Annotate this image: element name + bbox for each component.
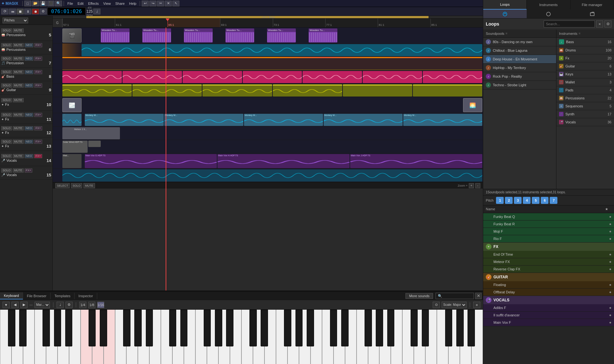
fxp-btn-13[interactable]: FX+ <box>34 140 42 144</box>
clip-14-thumb[interactable]: Maii... <box>62 154 82 168</box>
soundpool-rockpop[interactable]: ♪ Rock Pop - Reality <box>483 72 556 81</box>
instrument-sequences[interactable]: ≡ Sequences 5 <box>556 102 614 110</box>
tab-icon-filemgr[interactable] <box>571 10 614 18</box>
menu-view[interactable]: View <box>101 1 113 6</box>
mute-btn-14[interactable]: MUTE <box>13 154 24 158</box>
solo-btn-5[interactable]: SOLO <box>1 28 12 33</box>
solo-btn-7[interactable]: SOLO <box>1 57 12 61</box>
loop-ilsuffit[interactable]: Il suffit d'avancer ● <box>483 312 614 319</box>
tab-loops[interactable]: Loops <box>483 0 527 10</box>
fxp-btn-6[interactable]: FX+ <box>34 43 42 47</box>
instrument-bass[interactable]: ♩ Bass 16 <box>556 38 614 46</box>
clip-8-3[interactable] <box>243 71 302 83</box>
soundpool-80s[interactable]: ♪ 80s - Dancing on my own <box>483 38 556 46</box>
loop-star-adlibs[interactable]: ● <box>609 306 611 310</box>
kb-note-btn1[interactable]: ♩ <box>57 302 64 308</box>
close-btn[interactable]: ✕ <box>165 1 172 6</box>
kb-1-8-btn[interactable]: 1/8 <box>88 302 95 308</box>
pitch-btn-4[interactable]: 4 <box>523 197 531 204</box>
back-btn[interactable]: ⏮ <box>9 9 16 14</box>
black-key-D#6[interactable] <box>341 310 349 346</box>
clip-9-5[interactable] <box>413 84 482 97</box>
solo-btn-8[interactable]: SOLO <box>1 70 12 74</box>
moji-f-item[interactable]: Moji F ● <box>483 228 614 235</box>
mute-btn-5[interactable]: MUTE <box>13 28 24 33</box>
instrument-percussions[interactable]: 🥁 Percussions 22 <box>556 94 614 102</box>
black-key-A#2[interactable] <box>65 310 73 346</box>
clip-8-0[interactable] <box>62 71 122 83</box>
export-btn[interactable]: ⬛ <box>47 1 54 6</box>
zoom-in-btn[interactable]: + <box>469 183 474 188</box>
loop-star-moji-f[interactable]: ● <box>609 229 611 234</box>
clip-9-3[interactable] <box>273 84 342 97</box>
kb-1-16-btn[interactable]: 1/16 <box>97 302 104 308</box>
fxp-btn-15[interactable]: FX+ <box>25 168 33 173</box>
solo-all-btn[interactable]: SOLO <box>71 183 82 188</box>
black-key-G#4[interactable] <box>215 310 222 346</box>
loop-adlibs[interactable]: Adlibs F ● <box>483 304 614 312</box>
clip-11-2[interactable]: Monkey M... <box>244 114 323 126</box>
pitches-select[interactable]: Pitches <box>3 18 28 23</box>
scale-select[interactable]: Scale: Major <box>442 302 467 308</box>
clip-5-1[interactable]: Wooden Tu... <box>101 28 130 43</box>
cut-btn[interactable]: ✂ <box>157 1 164 6</box>
loop-star-mainvox[interactable]: ● <box>609 320 611 325</box>
pitch-btn-2[interactable]: 2 <box>505 197 513 204</box>
mute-btn-10[interactable]: MUTE <box>13 98 24 102</box>
pitch-btn-3[interactable]: 3 <box>514 197 522 204</box>
mute-btn-6[interactable]: MUTE <box>13 43 24 47</box>
menu-share[interactable]: Share <box>113 1 126 6</box>
mute-all-btn[interactable]: MUTE <box>83 183 95 188</box>
clip-14-1[interactable]: Main Vox H.HDP.TS <box>217 154 350 168</box>
black-key-D#3[interactable] <box>100 310 107 346</box>
new-btn[interactable]: □ <box>24 1 31 6</box>
neo-btn-12[interactable]: NEO <box>25 126 34 130</box>
clip-11-4[interactable]: Monkey M... <box>403 114 482 126</box>
loop-meteor-fx[interactable]: Meteor FX ● <box>483 258 614 266</box>
funky-beat-r-item[interactable]: Funky Beat R ● <box>483 221 614 228</box>
neo-btn-14[interactable]: NEO <box>25 154 34 158</box>
clip-6-main[interactable] <box>82 44 482 56</box>
black-key-C#6[interactable] <box>330 310 337 346</box>
kb-loop-btn[interactable]: ⊙ <box>433 302 440 308</box>
neo-btn-13[interactable]: NEO <box>25 140 34 144</box>
soundpool-techno[interactable]: ♪ Techno - Strobe Light <box>483 81 556 89</box>
black-key-A#3[interactable] <box>146 310 153 346</box>
tab-icon-instruments[interactable] <box>527 10 570 18</box>
kb-settings-btn[interactable]: ⚙ <box>66 302 73 308</box>
clip-9-0[interactable] <box>62 84 132 97</box>
kb-search-close-btn[interactable]: ✕ <box>475 293 482 299</box>
vocals-section-header[interactable]: 🎤 VOCALS <box>483 296 614 304</box>
menu-help[interactable]: Help <box>127 1 138 6</box>
instrument-drums[interactable]: 🥁 Drums 108 <box>556 46 614 54</box>
neo-btn-6[interactable]: NEO <box>25 43 34 47</box>
zoom-out-btn[interactable]: - <box>475 183 480 188</box>
menu-edit[interactable]: Edit <box>75 1 85 6</box>
clip-11-0[interactable]: Monkey M... <box>85 114 164 126</box>
clip-5-4[interactable]: Wooden Tu... <box>225 28 254 43</box>
loop-star-offbeat[interactable]: ● <box>609 290 611 294</box>
neo-btn-11[interactable]: NEO <box>25 113 34 117</box>
neo-btn-7[interactable]: NEO <box>25 57 34 61</box>
instrument-vocals[interactable]: 🎤 Vocals 36 <box>556 118 614 126</box>
tab-instruments[interactable]: Instruments <box>527 0 570 10</box>
solo-btn-13[interactable]: SOLO <box>1 140 12 144</box>
instrument-pads[interactable]: 🎵 Pads 4 <box>556 86 614 94</box>
black-key-G#5[interactable] <box>295 310 303 346</box>
solo-btn-15[interactable]: SOLO <box>1 168 12 173</box>
tab-inspector[interactable]: Inspector <box>75 293 97 299</box>
mute-btn-8[interactable]: MUTE <box>13 70 24 74</box>
fxp-btn-8[interactable]: FX+ <box>34 70 42 74</box>
guitar-section-header[interactable]: 🎸 GUITAR <box>483 273 614 281</box>
funky-beat-q-item[interactable]: Funky Beat Q ● <box>483 213 614 221</box>
black-key-G#7[interactable] <box>456 310 464 346</box>
soundpool-chillout[interactable]: ♪ Chillout - Blue Laguna <box>483 46 556 55</box>
instrument-mallet[interactable]: 🎵 Mallet 3 <box>556 78 614 86</box>
clip-5-3[interactable]: Wooden Tu... <box>184 28 213 43</box>
clip-5-6[interactable]: Wooden Tu... <box>309 28 337 43</box>
solo-btn-10[interactable]: SOLO <box>1 98 12 102</box>
solo-btn-14[interactable]: SOLO <box>1 154 12 158</box>
mute-btn-15[interactable]: MUTE <box>13 168 24 173</box>
black-key-G#2[interactable] <box>54 310 61 346</box>
clip-8-2[interactable] <box>183 71 242 83</box>
